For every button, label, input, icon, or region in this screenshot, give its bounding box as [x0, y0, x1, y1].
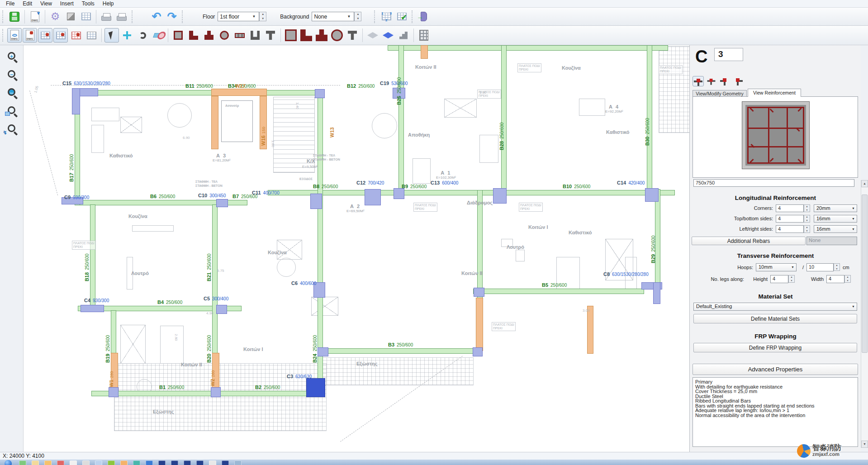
taskbar-app-icon[interactable] — [19, 460, 26, 465]
menu-item-insert[interactable]: Insert — [56, 0, 78, 7]
column-L-section-tool[interactable] — [186, 28, 201, 43]
snap-grid-toggle[interactable] — [53, 28, 68, 43]
move-tool[interactable] — [120, 28, 134, 43]
scrollbar-thumb[interactable] — [862, 195, 868, 353]
menu-item-help[interactable]: Help — [99, 0, 118, 7]
renumber-grid-button[interactable]: 132 — [379, 9, 394, 24]
taskbar-app-icon[interactable] — [32, 460, 39, 465]
stairs-tool[interactable] — [396, 28, 411, 43]
column-rect-section-tool[interactable] — [171, 28, 185, 43]
junction-tee-icon[interactable] — [707, 77, 716, 86]
tab-view-reinforcement[interactable]: View Reinforcement — [748, 89, 801, 97]
hoops-diameter-select[interactable]: 10mm — [756, 263, 797, 271]
background-select[interactable]: None ▼ — [312, 12, 354, 21]
beam-T-tool[interactable] — [263, 28, 278, 43]
view-3d-button[interactable] — [63, 9, 78, 24]
taskbar-app-icon[interactable] — [44, 460, 52, 465]
snap-dwg-toggle[interactable]: DWG — [23, 28, 37, 43]
advanced-properties-header[interactable]: Advanced Properties — [693, 364, 858, 375]
check-model-button[interactable]: ✔ — [394, 9, 409, 24]
topbottom-diameter-select[interactable]: 16mm — [814, 215, 857, 223]
define-frp-wrapping-button[interactable]: Define FRP Wrapping — [693, 343, 857, 352]
legs-height-field[interactable]: 4 — [770, 275, 788, 283]
material-set-select[interactable]: Default_Existing — [693, 303, 857, 311]
frame-view-button[interactable] — [417, 28, 431, 43]
grid-edit-button[interactable] — [69, 28, 83, 43]
scroll-up-arrow[interactable]: ▲ — [861, 180, 868, 187]
column-T-reinforced-tool[interactable] — [314, 28, 329, 43]
taskbar-app-icon[interactable] — [120, 460, 128, 465]
corners-count-field[interactable]: 4 — [776, 204, 804, 212]
print-preview-button[interactable] — [114, 9, 129, 24]
show-dwg-toggle[interactable]: DWG — [7, 28, 22, 43]
beam-T-reinforced-tool[interactable] — [345, 28, 360, 43]
legs-height-stepper[interactable]: ▲▼ — [788, 275, 795, 283]
zoom-previous-button[interactable]: ↯ — [4, 120, 19, 136]
topbottom-stepper[interactable]: ▲▼ — [804, 215, 810, 223]
beam-U-tool[interactable] — [248, 28, 262, 43]
inclined-slab-tool[interactable] — [381, 28, 395, 43]
column-L-reinforced-tool[interactable] — [299, 28, 313, 43]
undo-button[interactable]: ↶ — [149, 9, 164, 24]
hoop-spacing-field[interactable]: 10 — [806, 263, 834, 271]
column-circle-section-tool[interactable] — [217, 28, 232, 43]
erase-tool[interactable] — [151, 28, 165, 43]
tab-view-modify-geometry[interactable]: View/Modify Geometry — [693, 90, 747, 97]
zoom-window-button[interactable] — [4, 102, 19, 118]
pan-grid-button[interactable] — [84, 28, 99, 43]
corners-stepper[interactable]: ▲▼ — [804, 204, 810, 212]
zoom-in-button[interactable]: + — [4, 48, 19, 63]
column-rect-reinforced-tool[interactable] — [284, 28, 298, 43]
define-material-sets-button[interactable]: Define Material Sets — [693, 314, 857, 323]
panel-scrollbar[interactable]: ▲ ▼ — [861, 180, 868, 448]
taskbar-app-icon[interactable] — [234, 460, 242, 465]
junction-corner-left-icon[interactable] — [719, 76, 730, 86]
print-button[interactable] — [99, 9, 114, 24]
taskbar-app-icon[interactable] — [57, 460, 64, 465]
settings-button[interactable]: ⚙ — [48, 9, 62, 24]
zoom-out-button[interactable]: − — [4, 66, 19, 81]
legs-width-stepper[interactable]: ▲▼ — [844, 275, 851, 283]
rotate-tool[interactable] — [135, 28, 150, 43]
taskbar-app-icon[interactable] — [184, 460, 191, 465]
start-button[interactable] — [5, 460, 12, 465]
section-size-item[interactable]: 750x750 — [693, 179, 854, 187]
menu-item-view[interactable]: View — [36, 0, 56, 7]
scroll-down-arrow[interactable]: ▼ — [861, 441, 868, 448]
taskbar-app-icon[interactable] — [95, 460, 102, 465]
menu-item-edit[interactable]: Edit — [19, 0, 36, 7]
legs-width-field[interactable]: 4 — [826, 275, 844, 283]
taskbar-app-icon[interactable] — [196, 460, 204, 465]
background-stepper[interactable]: ▲▼ — [354, 12, 361, 21]
floor-select[interactable]: 1st floor ▼ — [218, 12, 259, 21]
floor-stepper[interactable]: ▲▼ — [259, 12, 266, 21]
junction-corner-right-icon[interactable] — [732, 76, 744, 86]
snap-grid-color-toggle[interactable] — [38, 28, 52, 43]
exit-button[interactable] — [417, 9, 431, 24]
select-tool[interactable] — [104, 28, 119, 43]
taskbar-app-icon[interactable] — [108, 460, 115, 465]
redo-button[interactable]: ↷ — [165, 9, 179, 24]
menu-item-tools[interactable]: Tools — [78, 0, 99, 7]
taskbar-app-icon[interactable] — [146, 460, 153, 465]
wall-tool[interactable] — [232, 28, 247, 43]
element-number-field[interactable]: 3 — [714, 48, 743, 61]
leftright-count-field[interactable]: 4 — [776, 225, 804, 233]
slab-tool[interactable] — [365, 28, 380, 43]
leftright-stepper[interactable]: ▲▼ — [804, 225, 810, 233]
taskbar[interactable] — [0, 460, 868, 465]
corners-diameter-select[interactable]: 20mm — [814, 204, 857, 212]
zoom-extents-button[interactable]: ⇔ — [4, 84, 19, 100]
taskbar-app-icon[interactable] — [171, 460, 178, 465]
column-T-section-tool[interactable] — [202, 28, 216, 43]
taskbar-app-icon[interactable] — [82, 460, 90, 465]
additional-rebars-button[interactable]: Additional Rebars — [692, 237, 806, 245]
tables-button[interactable] — [79, 9, 93, 24]
leftright-diameter-select[interactable]: 16mm — [814, 225, 857, 233]
taskbar-app-icon[interactable] — [222, 460, 229, 465]
column-circle-reinforced-tool[interactable] — [330, 28, 344, 43]
floor-plan-canvas[interactable]: C15630/1530/280/280C19530/600C9930/300C1… — [24, 45, 689, 452]
taskbar-app-icon[interactable] — [209, 460, 216, 465]
taskbar-app-icon[interactable] — [158, 460, 166, 465]
junction-cross-icon[interactable] — [693, 76, 704, 86]
